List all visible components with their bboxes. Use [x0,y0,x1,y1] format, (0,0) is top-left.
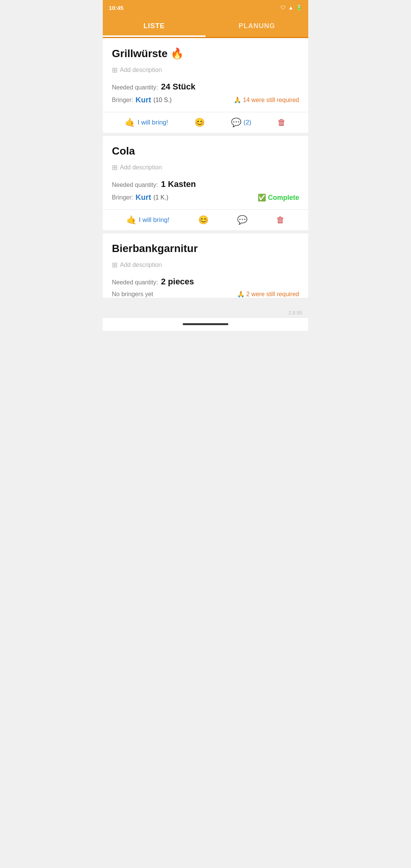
add-description-grillwurste[interactable]: ⊞ Add description [112,66,299,74]
emoji-button-grillwurste[interactable]: 😊 [194,118,205,128]
card-title-bierbankgarnitur: Bierbankgarnitur [112,243,299,255]
comment-button-cola[interactable]: 💬 [237,215,247,225]
add-description-cola[interactable]: ⊞ Add description [112,163,299,172]
card-title-grillwurste: Grillwürste 🔥 [112,47,299,60]
comment-button-grillwurste[interactable]: 💬 (2) [231,118,252,128]
tab-bar: LISTE PLANUNG [103,15,308,38]
add-description-bierbankgarnitur[interactable]: ⊞ Add description [112,261,299,269]
status-bar: 10:45 🛡 ▲ 🔋 [103,0,308,15]
needed-quantity-row-grillwurste: Needed quantity: 24 Stück [112,82,299,92]
card-bierbankgarnitur: Bierbankgarnitur ⊞ Add description Neede… [103,233,308,298]
card-cola: Cola ⊞ Add description Needed quantity: … [103,136,308,230]
battery-icon: 🔋 [296,5,302,11]
action-bar-cola: 🤙 I will bring! 😊 💬 🗑 [112,210,299,230]
version-bar: 2.8.55 [103,308,308,317]
nav-indicator [183,323,228,325]
plus-icon-cola: ⊞ [112,163,118,172]
needed-quantity-row-cola: Needed quantity: 1 Kasten [112,179,299,189]
delete-button-cola[interactable]: 🗑 [276,215,285,225]
bring-button-cola[interactable]: 🤙 I will bring! [126,215,169,225]
bringer-amount-cola: (1 K.) [153,194,168,201]
bringer-row-cola: Bringer: Kurt (1 K.) ✅ Complete [112,193,299,202]
status-required-bierbankgarnitur: 🙏 2 were still required [237,290,299,298]
delete-button-grillwurste[interactable]: 🗑 [277,118,286,128]
shield-icon: 🛡 [280,5,286,11]
trash-icon-cola: 🗑 [276,215,285,225]
bringer-amount-grillwurste: (10 S.) [153,97,172,104]
needed-quantity-row-bierbankgarnitur: Needed quantity: 2 pieces [112,277,299,287]
nav-bar [103,317,308,331]
plus-icon-bierbankgarnitur: ⊞ [112,261,118,269]
status-icons: 🛡 ▲ 🔋 [280,5,302,11]
bring-button-grillwurste[interactable]: 🤙 I will bring! [125,118,168,128]
signal-icon: ▲ [288,5,293,11]
bringer-row-grillwurste: Bringer: Kurt (10 S.) 🙏 14 were still re… [112,96,299,104]
hand-icon-cola: 🤙 [126,215,137,225]
no-bringers-row: No bringers yet 🙏 2 were still required [112,290,299,298]
version-text: 2.8.55 [288,310,302,316]
chat-icon-cola: 💬 [237,215,247,225]
status-complete-cola: ✅ Complete [258,193,299,202]
emoji-icon-cola: 😊 [198,215,209,225]
plus-icon: ⊞ [112,66,118,74]
emoji-icon: 😊 [194,118,205,128]
card-grillwurste: Grillwürste 🔥 ⊞ Add description Needed q… [103,38,308,133]
card-title-cola: Cola [112,145,299,157]
trash-icon: 🗑 [277,118,286,128]
bringer-name-grillwurste[interactable]: Kurt [135,96,151,104]
hand-icon: 🤙 [125,118,135,128]
action-bar-grillwurste: 🤙 I will bring! 😊 💬 (2) 🗑 [112,112,299,133]
bringer-name-cola[interactable]: Kurt [135,193,151,202]
status-required-grillwurste: 🙏 14 were still required [234,96,299,104]
emoji-button-cola[interactable]: 😊 [198,215,209,225]
status-time: 10:45 [109,5,123,11]
chat-icon: 💬 [231,118,241,128]
tab-planung[interactable]: PLANUNG [206,15,308,37]
tab-liste[interactable]: LISTE [103,15,206,37]
